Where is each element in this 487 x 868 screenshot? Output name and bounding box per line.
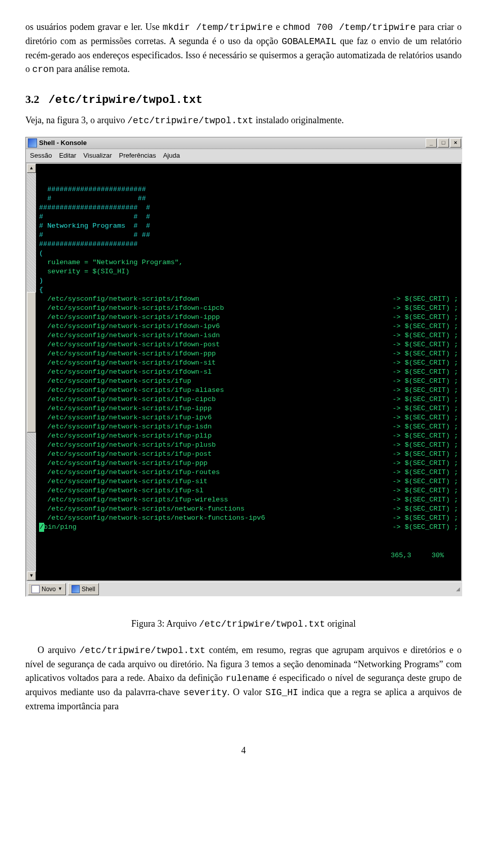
p2-rulename: rulename xyxy=(226,673,269,683)
term-entry-right: -> $(SEC_CRIT) ; xyxy=(392,431,458,441)
term-entry-right: -> $(SEC_CRIT) ; xyxy=(392,358,458,368)
konsole-window: Shell - Konsole _ □ × Sessão Editar Visu… xyxy=(25,137,463,597)
term-entry-right: -> $(SEC_CRIT) ; xyxy=(392,459,458,468)
term-entry-row: /etc/sysconfig/network-scripts/ifdown-sl… xyxy=(39,368,458,377)
terminal-area[interactable]: ######################## # #############… xyxy=(36,164,461,581)
term-entry-path: /etc/sysconfig/network-scripts/network-f… xyxy=(39,504,245,514)
term-entry-path: /etc/sysconfig/network-scripts/ifdown-po… xyxy=(39,340,220,349)
term-entry-right: -> $(SEC_CRIT) ; xyxy=(392,395,458,404)
term-entry-right: -> $(SEC_CRIT) ; xyxy=(392,468,458,477)
body-paragraph-2: O arquivo /etc/tripwire/twpol.txt contém… xyxy=(25,643,462,713)
scroll-up-button[interactable]: ▲ xyxy=(27,164,36,173)
term-entry-right: -> $(SEC_CRIT) ; xyxy=(392,368,458,377)
term-entry-right: -> $(SEC_CRIT) ; xyxy=(392,331,458,340)
term-entry-path: /etc/sysconfig/network-scripts/ifup-wire… xyxy=(39,495,228,504)
konsole-icon xyxy=(28,138,37,148)
term-entry-row: /etc/sysconfig/network-scripts/ifdown-ci… xyxy=(39,304,458,313)
term-entry-right: -> $(SEC_CRIT) ; xyxy=(392,495,458,504)
term-entry-row: /etc/sysconfig/network-scripts/ifdown-ip… xyxy=(39,322,458,331)
section-title: /etc/tripwire/twpol.txt xyxy=(49,94,203,106)
term-entry-path: /etc/sysconfig/network-scripts/ifup-sit xyxy=(39,477,207,486)
term-entry-row: /etc/sysconfig/network-scripts/ifdown-po… xyxy=(39,340,458,349)
term-entry-path: /etc/sysconfig/network-scripts/ifup-alia… xyxy=(39,386,224,395)
term-line: ######################## xyxy=(39,240,458,249)
shell-icon xyxy=(72,585,80,593)
term-entry-right: -> $(SEC_CRIT) ; xyxy=(392,386,458,395)
section-heading: 3.2/etc/tripwire/twpol.txt xyxy=(25,91,462,108)
p2-sighi: SIG_HI xyxy=(265,688,298,698)
close-button[interactable]: × xyxy=(450,138,461,148)
scroll-track[interactable] xyxy=(27,173,36,571)
menu-ajuda[interactable]: Ajuda xyxy=(163,151,180,161)
term-entry-path: /etc/sysconfig/network-scripts/ifup-isdn xyxy=(39,422,212,431)
term-entry-row: /etc/sysconfig/network-scripts/network-f… xyxy=(39,504,458,514)
term-line: rulename = "Networking Programs", xyxy=(39,258,458,267)
term-entry-path: /etc/sysconfig/network-scripts/ifdown-pp… xyxy=(39,349,216,358)
term-entry-row: /etc/sysconfig/network-scripts/ifup-rout… xyxy=(39,468,458,477)
term-entry-row: /etc/sysconfig/network-scripts/network-f… xyxy=(39,514,458,523)
term-entry-row: /etc/sysconfig/network-scripts/ifup-ppp-… xyxy=(39,459,458,468)
term-entry-path: /etc/sysconfig/network-scripts/ifup-rout… xyxy=(39,468,220,477)
term-entry-path: /etc/sysconfig/network-scripts/ifdown-sl xyxy=(39,368,212,377)
titlebar[interactable]: Shell - Konsole _ □ × xyxy=(26,137,462,149)
menu-preferencias[interactable]: Preferências xyxy=(119,151,156,161)
term-entry-right: -> $(SEC_CRIT) ; xyxy=(392,340,458,349)
intro-text-5: para análise remota. xyxy=(54,64,130,74)
term-entry-right: -> $(SEC_CRIT) ; xyxy=(392,313,458,322)
intro-text-1: os usuários podem gravar e ler. Use xyxy=(25,22,162,32)
term-entry-path: /etc/sysconfig/network-scripts/network-f… xyxy=(39,514,265,523)
term-entry-right: -> $(SEC_CRIT) ; xyxy=(392,349,458,358)
term-entry-path: /etc/sysconfig/network-scripts/ifup-ipv6 xyxy=(39,413,212,422)
term-entry-right: -> $(SEC_CRIT) ; xyxy=(392,514,458,523)
term-entry-path: /etc/sysconfig/network-scripts/ifdown xyxy=(39,295,199,304)
term-entry-right: -> $(SEC_CRIT) ; xyxy=(392,486,458,495)
p2-severity: severity xyxy=(183,688,227,698)
term-entry-row: /etc/sysconfig/network-scripts/ifup-sit-… xyxy=(39,477,458,486)
term-entry-right: -> $(SEC_CRIT) ; xyxy=(392,322,458,331)
term-entry-right: -> $(SEC_CRIT) ; xyxy=(392,523,458,532)
section-number: 3.2 xyxy=(25,93,40,105)
term-line: # # # xyxy=(39,212,458,222)
term-entry-right: -> $(SEC_CRIT) ; xyxy=(392,295,458,304)
term-entry-row: /etc/sysconfig/network-scripts/ifup-> $(… xyxy=(39,377,458,386)
term-entry-path: /etc/sysconfig/network-scripts/ifup-sl xyxy=(39,486,203,495)
shell-tab-button[interactable]: Shell xyxy=(68,583,99,595)
term-line: ######################## # xyxy=(39,203,458,212)
term-entry-row: /etc/sysconfig/network-scripts/ifup-plus… xyxy=(39,441,458,450)
term-line: severity = $(SIG_HI) xyxy=(39,267,458,276)
intro-text-2: e xyxy=(273,22,283,32)
scrollbar[interactable]: ▲ ▼ xyxy=(27,164,36,581)
scroll-thumb[interactable] xyxy=(27,292,36,432)
cmd-mkdir: mkdir /temp/tripwire xyxy=(162,22,272,32)
term-entry-row: /etc/sysconfig/network-scripts/ifup-ipv6… xyxy=(39,413,458,422)
term-entry-right: -> $(SEC_CRIT) ; xyxy=(392,441,458,450)
term-entry-path: /etc/sysconfig/network-scripts/ifdown-si… xyxy=(39,358,216,368)
cursor-position: 365,3 xyxy=(391,551,411,560)
menu-visualizar[interactable]: Visualizar xyxy=(83,151,112,161)
minimize-button[interactable]: _ xyxy=(426,138,437,148)
term-entry-path: /etc/sysconfig/network-scripts/ifup-plus… xyxy=(39,441,216,450)
resize-grip-icon[interactable]: ◢ xyxy=(456,585,460,593)
term-entry-right: -> $(SEC_CRIT) ; xyxy=(392,404,458,413)
menu-sessao[interactable]: Sessão xyxy=(30,151,52,161)
term-entry-path: /etc/sysconfig/network-scripts/ifdown-is… xyxy=(39,331,220,340)
menu-editar[interactable]: Editar xyxy=(59,151,76,161)
term-entry-path: /bin/ping xyxy=(39,523,77,532)
bottombar: Novo ▼ Shell ◢ xyxy=(26,582,462,596)
new-session-button[interactable]: Novo ▼ xyxy=(28,583,66,595)
term-entry-row: /etc/sysconfig/network-scripts/ifup-alia… xyxy=(39,386,458,395)
dropdown-icon: ▼ xyxy=(58,586,62,593)
section-text-1: Veja, na figura 3, o arquivo xyxy=(25,115,127,125)
section-text-2: instalado originalmente. xyxy=(253,115,343,125)
term-line: ( xyxy=(39,249,458,258)
maximize-button[interactable]: □ xyxy=(438,138,449,148)
page-number: 4 xyxy=(25,744,462,757)
term-entry-row: /etc/sysconfig/network-scripts/ifup-plip… xyxy=(39,431,458,441)
term-line: ) xyxy=(39,276,458,285)
term-entry-path: /etc/sysconfig/network-scripts/ifup-cipc… xyxy=(39,395,216,404)
scroll-down-button[interactable]: ▼ xyxy=(27,571,36,581)
cmd-chmod: chmod 700 /temp/tripwire xyxy=(283,22,416,32)
term-entry-right: -> $(SEC_CRIT) ; xyxy=(392,422,458,431)
intro-paragraph: os usuários podem gravar e ler. Use mkdi… xyxy=(25,20,462,77)
term-line: # Networking Programs # # xyxy=(39,222,458,231)
